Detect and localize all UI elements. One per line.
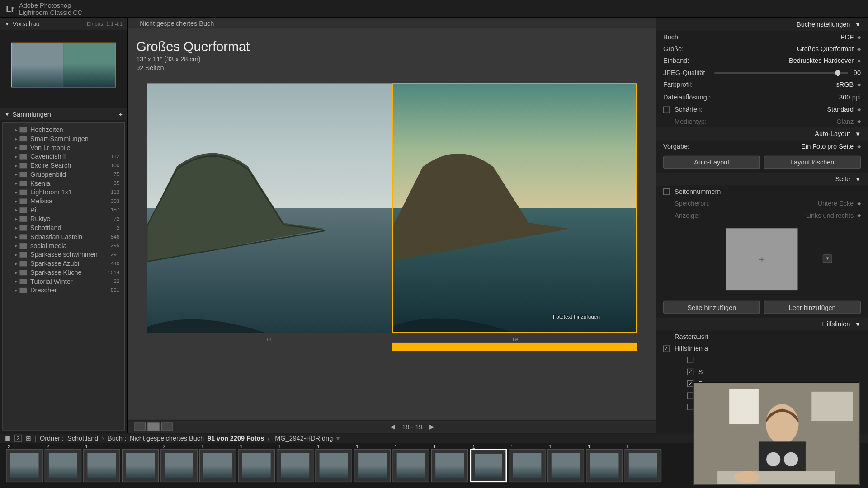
- filmstrip-thumb[interactable]: 1: [547, 449, 585, 482]
- filmstrip-thumb[interactable]: 1: [315, 449, 352, 482]
- collection-item[interactable]: ▸Excire Search100: [3, 161, 124, 170]
- auto-layout-header[interactable]: Auto-Layout▼: [656, 127, 868, 141]
- filmstrip-thumb[interactable]: 2: [6, 449, 43, 482]
- filmstrip-thumb[interactable]: 1: [354, 449, 391, 482]
- collection-item[interactable]: ▸Rukiye72: [3, 215, 124, 224]
- color-profile-row[interactable]: Farbprofil:sRGB◆: [656, 79, 868, 90]
- grid-snap-row[interactable]: Rasterausri: [656, 331, 868, 343]
- add-collection-icon[interactable]: +: [119, 111, 123, 118]
- book-format-row[interactable]: Buch:PDF◆: [656, 31, 868, 42]
- collections-panel-header[interactable]: ▼ Sammlungen +: [0, 108, 127, 120]
- show-guides-checkbox[interactable]: ✓: [663, 345, 670, 352]
- auto-layout-button[interactable]: Auto-Layout: [663, 156, 760, 169]
- spread-view-button[interactable]: [147, 422, 159, 431]
- filmstrip-thumb[interactable]: 1: [470, 449, 507, 482]
- collection-item[interactable]: ▸Sparkasse schwimmen291: [3, 250, 124, 259]
- page-spread[interactable]: Fototext hinzufügen 18 19: [146, 83, 637, 343]
- svg-rect-5: [729, 389, 759, 424]
- preview-zoom-options[interactable]: Einpas. 1:1 4:1: [87, 21, 123, 27]
- sharpen-checkbox[interactable]: [663, 106, 670, 113]
- filmstrip-thumb[interactable]: 2: [45, 449, 82, 482]
- navigator-thumbnail[interactable]: [11, 43, 116, 88]
- filmstrip-thumb[interactable]: 1: [238, 449, 275, 482]
- view-mode-icon[interactable]: ⊞: [26, 434, 31, 442]
- filmstrip-thumb[interactable]: 1: [625, 449, 662, 482]
- book-size-row[interactable]: Größe:Großes Querformat◆: [656, 43, 868, 55]
- add-blank-button[interactable]: Leer hinzufügen: [764, 301, 860, 314]
- filmstrip-thumb[interactable]: 2: [160, 449, 198, 482]
- filmstrip-thumb[interactable]: 1: [392, 449, 429, 482]
- crumb-count: 91 von 2209 Fotos: [208, 435, 264, 442]
- disclosure-triangle-icon: ▼: [5, 112, 9, 117]
- preview-panel-header[interactable]: ▼ Vorschau Einpas. 1:1 4:1: [0, 18, 127, 29]
- template-dropdown-icon[interactable]: ▾: [823, 254, 832, 263]
- guide-opt-1[interactable]: [656, 354, 868, 366]
- book-title: Großes Querformat: [136, 39, 647, 55]
- right-page-selected[interactable]: Fototext hinzufügen: [392, 83, 637, 333]
- svg-point-12: [734, 471, 760, 483]
- collection-item[interactable]: ▸Hochzeiten: [3, 126, 124, 135]
- collection-item[interactable]: ▸Schottland2: [3, 224, 124, 233]
- guide-opt-2[interactable]: ✓S: [656, 366, 868, 377]
- add-page-button[interactable]: Seite hinzufügen: [663, 301, 760, 314]
- chevron-down-icon: ▼: [855, 131, 861, 137]
- photo-right: [393, 84, 636, 332]
- collection-item[interactable]: ▸Smart-Sammlungen: [3, 134, 124, 143]
- collection-item[interactable]: ▸Sparkasse Küche1014: [3, 268, 124, 277]
- page-template-picker[interactable]: +▾: [726, 228, 798, 290]
- collection-item[interactable]: ▸Drescher551: [3, 286, 124, 295]
- collection-item[interactable]: ▸Sebastian Lastein546: [3, 232, 124, 241]
- book-cover-row[interactable]: Einband:Bedrucktes Hardcover◆: [656, 55, 868, 66]
- next-page-button[interactable]: ▶: [429, 423, 434, 431]
- left-page-number: 18: [266, 337, 272, 343]
- guides-header[interactable]: Hilfslinien▼: [656, 318, 868, 331]
- preview-label: Vorschau: [13, 20, 87, 28]
- collections-label: Sammlungen: [13, 111, 119, 118]
- collection-item[interactable]: ▸Lightroom 1x1113: [3, 188, 124, 197]
- filmstrip-thumb[interactable]: [122, 449, 159, 482]
- filmstrip-thumb[interactable]: 1: [431, 449, 468, 482]
- filmstrip-thumb[interactable]: 1: [199, 449, 236, 482]
- collection-item[interactable]: ▸Von Lr mobile: [3, 143, 124, 152]
- grid-view-button[interactable]: [134, 422, 146, 431]
- unsaved-book-tab[interactable]: Nicht gespeichertes Buch: [140, 19, 214, 27]
- collection-item[interactable]: ▸Tutorial Winter22: [3, 277, 124, 286]
- crumb-book-label: Buch :: [108, 435, 126, 442]
- show-guides-row[interactable]: ✓Hilfslinien a: [656, 343, 868, 354]
- crumb-folder-value[interactable]: Schottland: [67, 435, 98, 442]
- filmstrip-thumb[interactable]: 1: [586, 449, 623, 482]
- page-numbers-checkbox[interactable]: [663, 188, 670, 194]
- media-type-row: Medientyp:Glanz◆: [656, 115, 868, 127]
- center-canvas: Nicht gespeichertes Buch Großes Querform…: [128, 18, 656, 432]
- jpeg-quality-row[interactable]: JPEG-Qualität :90: [656, 66, 868, 78]
- collection-item[interactable]: ▸Sparkasse Azubi440: [3, 259, 124, 268]
- pagenum-display-row: Anzeige:Links und rechts◆: [656, 209, 868, 221]
- left-panel: ▼ Vorschau Einpas. 1:1 4:1 ▼ Sammlungen …: [0, 18, 128, 432]
- crumb-book-value[interactable]: Nicht gespeichertes Buch: [130, 435, 204, 442]
- single-view-button[interactable]: [161, 422, 173, 431]
- preset-row[interactable]: Vorgabe:Ein Foto pro Seite◆: [656, 141, 868, 152]
- right-panel: Bucheinstellungen▼ Buch:PDF◆ Größe:Große…: [656, 18, 868, 432]
- add-caption-hint[interactable]: Fototext hinzufügen: [553, 314, 600, 320]
- collection-item[interactable]: ▸Ksenia35: [3, 179, 124, 188]
- book-settings-header[interactable]: Bucheinstellungen▼: [656, 18, 868, 31]
- collection-item[interactable]: ▸Melissa303: [3, 197, 124, 206]
- resolution-row[interactable]: Dateiauflösung :300 ppi: [656, 90, 868, 103]
- grid-icon[interactable]: ▦: [5, 434, 11, 442]
- left-page[interactable]: [146, 83, 392, 333]
- collection-item[interactable]: ▸Cavendish II112: [3, 152, 124, 161]
- clear-layout-button[interactable]: Layout löschen: [764, 156, 860, 169]
- sharpen-row[interactable]: Schärfen:Standard◆: [656, 103, 868, 115]
- page-section-header[interactable]: Seite▼: [656, 173, 868, 186]
- collection-item[interactable]: ▸Gruppenbild75: [3, 170, 124, 179]
- collection-item[interactable]: ▸social media295: [3, 241, 124, 250]
- page-numbers-row[interactable]: Seitennummern: [656, 186, 868, 197]
- filmstrip-thumb[interactable]: 1: [277, 449, 314, 482]
- filmstrip-thumb[interactable]: 1: [83, 449, 120, 482]
- jpeg-quality-slider[interactable]: [715, 72, 848, 74]
- filmstrip-thumb[interactable]: 1: [509, 449, 546, 482]
- prev-page-button[interactable]: ◀: [390, 423, 395, 431]
- book-tab-bar: Nicht gespeichertes Buch: [128, 18, 656, 28]
- collection-item[interactable]: ▸Pi187: [3, 206, 124, 215]
- secondary-monitor-icon[interactable]: 2: [14, 435, 22, 442]
